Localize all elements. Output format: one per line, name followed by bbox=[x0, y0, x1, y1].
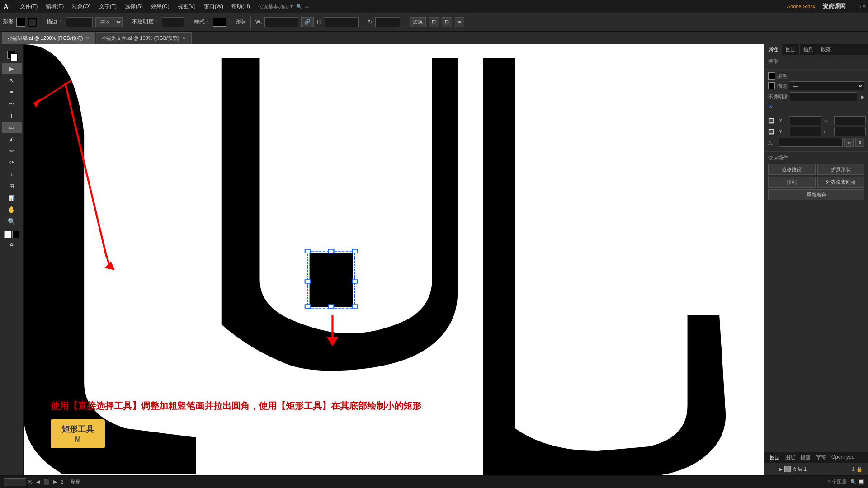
direct-select-tool-btn[interactable]: ↖ bbox=[2, 75, 22, 86]
bp-tab-char[interactable]: 字符 bbox=[814, 453, 828, 462]
align2-btn[interactable]: ⊞ bbox=[442, 17, 452, 27]
fx-label[interactable]: fx bbox=[768, 103, 777, 108]
recolor-btn[interactable]: 重新着色 bbox=[768, 189, 864, 200]
status-icons[interactable]: 🔍 🔲 bbox=[850, 479, 864, 485]
fill-color-swatch[interactable] bbox=[768, 72, 775, 80]
nav-next[interactable]: ▶ bbox=[53, 479, 57, 485]
rp-tab-layer[interactable]: 图层 bbox=[782, 44, 800, 55]
quick-ops-row2: 排列 对齐像素网格 bbox=[768, 177, 864, 188]
path-offset-btn[interactable]: 位移路径 bbox=[768, 164, 816, 175]
page-num-icon: ⬛ bbox=[43, 479, 50, 485]
layers-panel: 👁 ▶ 图层 1 1 🔒 bbox=[764, 463, 868, 475]
warp-tool-btn[interactable]: ↕ bbox=[2, 169, 22, 180]
chart-tool-btn[interactable]: 📊 bbox=[2, 192, 22, 203]
zoom-input[interactable]: 1200 bbox=[4, 478, 26, 486]
rotate-input[interactable]: 0 px bbox=[375, 17, 400, 27]
extra-swatches[interactable] bbox=[4, 231, 19, 238]
menu-view[interactable]: 视图(V) bbox=[174, 2, 199, 11]
opacity-label: 不透明度： bbox=[132, 18, 159, 26]
app-logo: Ai bbox=[2, 2, 12, 11]
menu-effect[interactable]: 效果(C) bbox=[147, 2, 173, 11]
align-btn[interactable]: ⊟ bbox=[429, 17, 439, 27]
rp-tab-info[interactable]: 信息 bbox=[800, 44, 817, 55]
zoom-tool-btn[interactable]: 🔍 bbox=[2, 216, 22, 227]
rect-tool-btn[interactable]: ▭ bbox=[2, 122, 22, 133]
grid-tool-btn[interactable]: ⊞ bbox=[2, 181, 22, 192]
menu-object[interactable]: 对象(O) bbox=[68, 2, 94, 11]
menu-help[interactable]: 帮助(H) bbox=[228, 2, 254, 11]
align-btn-qo[interactable]: 排列 bbox=[768, 177, 816, 188]
bottom-panel-tabs: 图层 图层 段落 字符 OpenType bbox=[764, 452, 868, 463]
tab-active[interactable]: 小墨讲稿.ai @ 1200% (RGB/预览) ✕ bbox=[2, 32, 95, 44]
w-input[interactable]: 6.583 px bbox=[264, 17, 298, 27]
pen-tool-btn[interactable]: ✒ bbox=[2, 87, 22, 98]
opacity-expand[interactable]: ▶ bbox=[861, 94, 864, 100]
menu-bar: Ai 文件(F) 编辑(E) 对象(O) 文字(T) 选择(S) 效果(C) 视… bbox=[0, 0, 868, 13]
angle-input[interactable]: 0° bbox=[779, 138, 843, 147]
menu-window[interactable]: 窗口(W) bbox=[200, 2, 227, 11]
fill-swatch[interactable] bbox=[16, 18, 25, 27]
hand-tool-btn[interactable]: ✋ bbox=[2, 204, 22, 215]
sep2 bbox=[127, 16, 127, 28]
align-pixel-btn[interactable]: 对齐像素网格 bbox=[817, 177, 865, 188]
bp-tab-layers2[interactable]: 图层 bbox=[783, 453, 797, 462]
svg-rect-8 bbox=[305, 280, 310, 283]
nav-prev[interactable]: ◀ bbox=[36, 479, 40, 485]
select-tool-btn[interactable]: ▶ bbox=[2, 63, 22, 74]
style-swatch[interactable] bbox=[213, 18, 226, 27]
x-label: X bbox=[779, 118, 788, 123]
svg-rect-4 bbox=[305, 249, 310, 253]
menu-select[interactable]: 选择(S) bbox=[121, 2, 146, 11]
w-value-input[interactable]: 6.583 px bbox=[834, 116, 866, 125]
x-value-input[interactable]: 475.042 bbox=[790, 116, 821, 125]
h-icon: ↕ bbox=[823, 129, 832, 134]
opacity-row-input[interactable]: 100% bbox=[790, 92, 857, 101]
tab-source-close[interactable]: ✕ bbox=[182, 36, 186, 41]
stroke-swatch[interactable] bbox=[28, 18, 37, 27]
left-toolbar: ▶ ↖ ✒ 〜 T ▭ 🖌 ✏ ⟳ ↕ ⊞ 📊 ✋ 🔍 ✿ bbox=[0, 44, 24, 475]
y-value-input[interactable]: 1280.708 bbox=[790, 127, 821, 136]
expand-btn[interactable]: 扩展形状 bbox=[817, 164, 865, 175]
pencil-tool-btn[interactable]: ✏ bbox=[2, 145, 22, 156]
transform-btn[interactable]: 变换 bbox=[410, 17, 426, 27]
tab-active-close[interactable]: ✕ bbox=[85, 36, 89, 41]
bp-tab-para[interactable]: 段落 bbox=[799, 453, 812, 462]
bp-tab-opentype[interactable]: OpenType bbox=[830, 453, 856, 462]
color-swatches[interactable] bbox=[4, 47, 20, 61]
stroke-row: 描边 — bbox=[768, 81, 864, 90]
h-value-input[interactable]: 12.25 px bbox=[834, 127, 866, 136]
h-input[interactable]: 12.25 px bbox=[325, 17, 359, 27]
layer-visibility-btn[interactable]: 👁 bbox=[770, 465, 777, 473]
bp-tab-layers[interactable]: 图层 bbox=[768, 453, 782, 462]
canvas-area[interactable]: 使用【直接选择工具】调整加粗竖笔画并拉出圆角，使用【矩形工具】在其底部绘制小的矩… bbox=[24, 44, 764, 475]
rp-tab-attrs[interactable]: 属性 bbox=[764, 44, 782, 55]
h-label: H: bbox=[316, 19, 322, 25]
y-row: 🔳 Y 1280.708 ↕ 12.25 px bbox=[768, 127, 864, 136]
layer-lock-icon[interactable]: 🔒 bbox=[856, 466, 863, 472]
rotate-tool-btn[interactable]: ⟳ bbox=[2, 157, 22, 168]
shape-tool-label: 形形 bbox=[3, 18, 14, 26]
curvature-tool-btn[interactable]: 〜 bbox=[2, 99, 22, 109]
stroke-input[interactable] bbox=[66, 17, 93, 27]
stroke-style-select[interactable]: — bbox=[789, 81, 864, 90]
stroke-type-select[interactable]: 基本 bbox=[95, 17, 123, 27]
menu-edit[interactable]: 编辑(E) bbox=[42, 2, 67, 11]
link-wh[interactable]: 🔗 bbox=[301, 17, 314, 27]
symbol-tool-btn[interactable]: ✿ bbox=[2, 239, 22, 250]
stroke-label: 描边： bbox=[47, 18, 63, 26]
rp-tab-para[interactable]: 段落 bbox=[817, 44, 835, 55]
stroke-color-swatch[interactable] bbox=[768, 82, 775, 89]
tab-source[interactable]: 小墨源文件.ai @ 100% (RGB/预览) ✕ bbox=[96, 32, 191, 44]
paintbrush-tool-btn[interactable]: 🖌 bbox=[2, 134, 22, 145]
menu-file[interactable]: 文件(F) bbox=[16, 2, 41, 11]
flip-v-btn[interactable]: ⇕ bbox=[855, 138, 864, 147]
w-icon: ↔ bbox=[823, 118, 832, 123]
opacity-input[interactable]: 100% bbox=[162, 17, 184, 27]
layer-name[interactable]: 图层 1 bbox=[793, 466, 850, 473]
align3-btn[interactable]: ≡ bbox=[455, 17, 464, 27]
menu-text[interactable]: 文字(T) bbox=[95, 2, 120, 11]
type-tool-btn[interactable]: T bbox=[2, 110, 22, 121]
y-icon: 🔳 bbox=[768, 129, 777, 135]
layer-expand-icon[interactable]: ▶ bbox=[779, 466, 783, 472]
flip-h-btn[interactable]: ⇔ bbox=[844, 138, 854, 147]
